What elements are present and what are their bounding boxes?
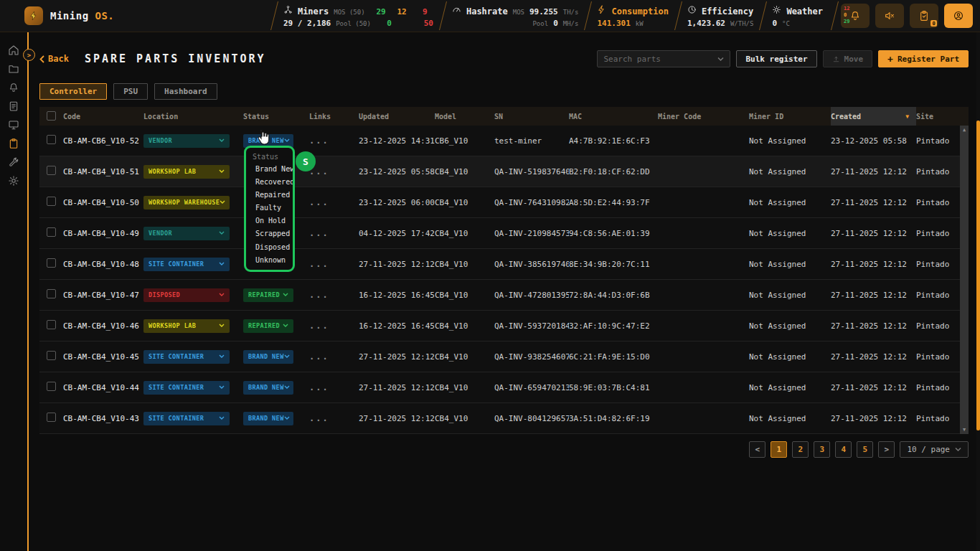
location-select[interactable]: SITE CONTAINER: [143, 258, 230, 271]
location-select[interactable]: VENDOR: [143, 134, 230, 148]
pagination-page-5[interactable]: 5: [857, 441, 873, 458]
column-header-site[interactable]: Site: [916, 113, 969, 121]
location-select[interactable]: VENDOR: [143, 227, 230, 240]
page-size-select[interactable]: 10 / page: [900, 441, 969, 458]
row-checkbox[interactable]: [47, 227, 56, 237]
location-select[interactable]: SITE CONTAINER: [143, 350, 230, 364]
sidebar-item-bell[interactable]: [4, 83, 24, 95]
cell-miner-id: Not Assigned: [749, 260, 831, 269]
page-scrollbar-thumb[interactable]: [976, 121, 980, 430]
status-option-unknown[interactable]: Unknown: [246, 254, 293, 267]
column-header-location[interactable]: Location: [143, 113, 243, 121]
register-part-button[interactable]: + Register Part: [878, 50, 969, 67]
row-actions-button[interactable]: ...: [309, 382, 329, 392]
mute-button[interactable]: [875, 4, 904, 28]
row-actions-button[interactable]: ...: [309, 136, 329, 146]
row-actions-button[interactable]: ...: [309, 228, 329, 238]
column-header-miner-code[interactable]: Miner Code: [658, 113, 749, 121]
row-actions-button[interactable]: ...: [309, 259, 329, 269]
status-option-scrapped[interactable]: Scrapped: [246, 227, 293, 240]
cell-sn: QA-INV-6594702138: [494, 383, 569, 392]
row-checkbox[interactable]: [47, 166, 56, 175]
scroll-down-icon[interactable]: ▼: [963, 425, 966, 434]
row-checkbox[interactable]: [47, 413, 56, 422]
status-select[interactable]: BRAND NEW: [243, 381, 293, 395]
location-select[interactable]: SITE CONTAINER: [143, 381, 230, 395]
sidebar-item-clipboard[interactable]: [4, 138, 24, 151]
status-option-on-hold[interactable]: On Hold: [246, 215, 293, 227]
monitor-icon: [8, 119, 19, 133]
location-select[interactable]: WORKSHOP WAREHOUSE: [143, 196, 230, 209]
row-checkbox[interactable]: [47, 289, 56, 298]
location-select[interactable]: WORKSHOP LAB: [143, 319, 230, 333]
sidebar-item-settings[interactable]: [4, 176, 24, 188]
pagination-page-4[interactable]: 4: [835, 441, 852, 458]
sidebar-item-folder[interactable]: [4, 64, 24, 76]
search-input[interactable]: [603, 55, 717, 64]
column-header-created[interactable]: Created▼: [831, 107, 916, 126]
scroll-up-icon[interactable]: ▲: [963, 126, 966, 134]
row-checkbox[interactable]: [47, 351, 56, 360]
search-parts-combobox[interactable]: [597, 50, 730, 67]
column-header-links[interactable]: Links: [309, 113, 359, 121]
pagination-page-2[interactable]: 2: [792, 441, 809, 458]
status-select[interactable]: REPAIRED: [243, 288, 293, 302]
status-option-faulty[interactable]: Faulty: [246, 202, 293, 215]
row-actions-button[interactable]: ...: [309, 321, 329, 331]
status-option-brand-new[interactable]: Brand New: [246, 163, 293, 176]
column-header-mac[interactable]: MAC: [569, 113, 658, 121]
column-header-updated[interactable]: Updated: [359, 113, 435, 121]
select-all-checkbox[interactable]: [47, 111, 56, 121]
status-value: BRAND NEW: [248, 384, 284, 391]
status-option-repaired[interactable]: Repaired: [246, 189, 293, 202]
row-actions-button[interactable]: ...: [309, 290, 329, 300]
status-option-disposed[interactable]: Disposed: [246, 241, 293, 254]
pagination-prev-button[interactable]: <: [749, 441, 765, 458]
tab-psu[interactable]: PSU: [113, 83, 148, 100]
row-actions-button[interactable]: ...: [309, 352, 329, 362]
cell-code: CB-AM-CB4_V10-48: [63, 260, 143, 269]
row-checkbox[interactable]: [47, 382, 56, 391]
pagination-next-button[interactable]: >: [878, 441, 895, 458]
tasks-button[interactable]: 0: [910, 4, 938, 28]
table-scrollbar[interactable]: ▲ ▼: [960, 126, 969, 434]
location-select[interactable]: DISPOSED: [143, 288, 230, 302]
row-actions-button[interactable]: ...: [309, 413, 329, 423]
row-actions-button[interactable]: ...: [309, 197, 329, 207]
cell-created: 27-11-2025 12:12: [831, 260, 916, 269]
status-select[interactable]: BRAND NEW: [243, 412, 293, 425]
notifications-button[interactable]: 12 0 29: [841, 4, 870, 28]
tab-hashboard[interactable]: Hashboard: [154, 83, 217, 100]
row-checkbox[interactable]: [47, 320, 56, 329]
cell-code: CB-AM-CB6_V10-52: [63, 136, 143, 146]
table-row: CB-AM-CB6_V10-52 VENDOR BRAND NEW ... 23…: [39, 126, 969, 156]
support-button[interactable]: [944, 4, 973, 28]
back-button[interactable]: Back: [39, 54, 69, 64]
column-header-status[interactable]: Status: [243, 113, 309, 121]
sidebar-collapse-button[interactable]: >: [23, 49, 35, 61]
move-button[interactable]: Move: [823, 50, 873, 67]
column-header-sn[interactable]: SN: [494, 113, 569, 121]
location-select[interactable]: WORKSHOP LAB: [143, 165, 230, 179]
sidebar-item-tools[interactable]: [4, 157, 24, 169]
status-select[interactable]: REPAIRED: [243, 319, 293, 333]
sidebar-item-home[interactable]: [4, 45, 24, 57]
sidebar-item-document[interactable]: [4, 101, 24, 113]
location-select[interactable]: SITE CONTAINER: [143, 412, 230, 425]
pagination-page-3[interactable]: 3: [814, 441, 830, 458]
bulk-register-button[interactable]: Bulk register: [736, 50, 816, 67]
pagination-page-1[interactable]: 1: [771, 441, 787, 458]
column-header-miner-id[interactable]: Miner ID: [749, 113, 831, 121]
sidebar-item-monitor[interactable]: [4, 120, 24, 132]
column-header-code[interactable]: Code: [63, 113, 143, 121]
row-checkbox[interactable]: [47, 197, 56, 206]
status-select[interactable]: BRAND NEW: [243, 350, 293, 364]
miners-mos-warn: 12: [391, 7, 407, 17]
cell-updated: 23-12-2025 06:00: [359, 198, 435, 207]
tab-controller[interactable]: Controller: [39, 83, 107, 100]
status-option-recovered[interactable]: Recovered: [246, 176, 293, 189]
row-checkbox[interactable]: [47, 258, 56, 268]
row-checkbox[interactable]: [47, 135, 56, 144]
page-scrollbar[interactable]: [976, 32, 980, 551]
column-header-model[interactable]: Model: [435, 113, 494, 121]
